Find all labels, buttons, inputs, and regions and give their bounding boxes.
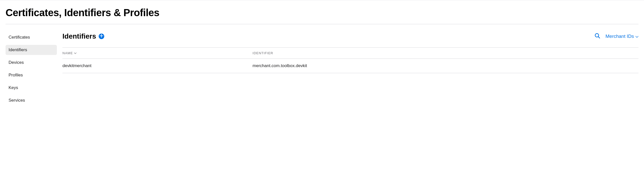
- column-label: NAME: [62, 51, 73, 55]
- sidebar-item-keys[interactable]: Keys: [6, 83, 57, 93]
- sidebar-item-label: Keys: [9, 85, 18, 90]
- cell-name: devkitmerchant: [62, 63, 253, 68]
- sidebar: Certificates Identifiers Devices Profile…: [6, 32, 61, 108]
- page-header: Certificates, Identifiers & Profiles: [6, 1, 638, 24]
- cell-identifier: merchant.com.toolbox.devkit: [253, 63, 638, 68]
- search-button[interactable]: [594, 33, 600, 40]
- page-title: Certificates, Identifiers & Profiles: [6, 7, 638, 18]
- table-row[interactable]: devkitmerchant merchant.com.toolbox.devk…: [62, 59, 638, 73]
- filter-label: Merchant IDs: [605, 34, 634, 39]
- section-title: Identifiers: [62, 32, 96, 40]
- add-identifier-button[interactable]: [99, 34, 104, 39]
- plus-icon: [100, 34, 103, 39]
- section-header: Identifiers: [62, 32, 638, 47]
- sidebar-item-devices[interactable]: Devices: [6, 58, 57, 68]
- main-content: Identifiers: [61, 32, 638, 108]
- column-label: IDENTIFIER: [253, 51, 273, 55]
- sidebar-item-label: Identifiers: [9, 47, 27, 52]
- search-icon: [594, 33, 600, 40]
- content-wrapper: Certificates Identifiers Devices Profile…: [6, 32, 638, 108]
- sidebar-item-label: Services: [9, 98, 25, 103]
- sidebar-item-label: Devices: [9, 60, 24, 65]
- section-actions: Merchant IDs: [594, 33, 638, 40]
- sidebar-item-identifiers[interactable]: Identifiers: [6, 45, 57, 55]
- sidebar-item-certificates[interactable]: Certificates: [6, 32, 57, 42]
- table-header: NAME IDENTIFIER: [62, 47, 638, 59]
- chevron-down-icon: [74, 52, 77, 54]
- svg-line-1: [598, 37, 600, 38]
- column-header-identifier[interactable]: IDENTIFIER: [253, 51, 638, 55]
- page-container: Certificates, Identifiers & Profiles Cer…: [0, 1, 644, 108]
- sidebar-item-label: Profiles: [9, 73, 23, 77]
- chevron-down-icon: [635, 34, 638, 39]
- sidebar-item-profiles[interactable]: Profiles: [6, 70, 57, 80]
- column-header-name[interactable]: NAME: [62, 51, 253, 55]
- section-title-wrap: Identifiers: [62, 32, 104, 40]
- sidebar-item-label: Certificates: [9, 35, 30, 40]
- filter-dropdown[interactable]: Merchant IDs: [605, 34, 638, 39]
- sidebar-item-services[interactable]: Services: [6, 95, 57, 105]
- identifiers-table: NAME IDENTIFIER devkitmerchant merchant.…: [62, 47, 638, 73]
